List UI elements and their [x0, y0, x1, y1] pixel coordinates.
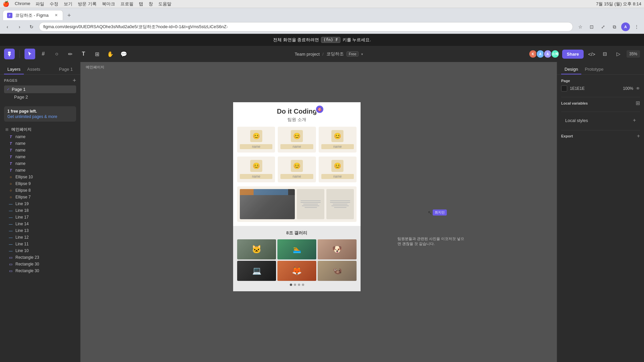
layer-text-3[interactable]: T name [0, 147, 80, 154]
export-add-icon[interactable]: + [637, 133, 640, 139]
member-card-5[interactable]: 😊 name [278, 157, 316, 182]
profile-avatar[interactable]: A [621, 22, 630, 31]
tool-shape[interactable]: ○ [51, 49, 62, 59]
layer-line-14[interactable]: — Line 14 [0, 221, 80, 227]
forward-button[interactable]: › [15, 22, 24, 32]
layer-rect-30[interactable]: ▭ Rectangle 30 [0, 261, 80, 267]
layer-text-icon-2: T [8, 141, 13, 145]
layer-line-13[interactable]: — Line 13 [0, 227, 80, 234]
tool-component[interactable]: ⊞ [92, 49, 102, 59]
canvas-frame[interactable]: Do it Coding 팀원 소개 😊 name 😊 name 😊 name [233, 102, 361, 291]
mac-menu-help[interactable]: 도움말 [158, 1, 171, 7]
local-variables-header[interactable]: Local variables ⊞ [561, 100, 640, 106]
tool-hand[interactable]: ✋ [105, 49, 116, 59]
gallery-dot-2[interactable] [294, 284, 296, 286]
page-item-1[interactable]: ✓ Page 1 [4, 85, 76, 93]
mac-menu-view[interactable]: 보기 [64, 1, 72, 7]
layer-line-18[interactable]: — Line 18 [0, 207, 80, 214]
tool-comment[interactable]: 💬 [118, 49, 129, 59]
tool-cursor[interactable] [24, 49, 35, 59]
member-card-1[interactable]: 😊 name [237, 127, 275, 153]
free-page-link[interactable]: Get unlimited pages & more [7, 114, 73, 119]
mac-menu-history[interactable]: 방문 기록 [78, 1, 97, 7]
layer-line-11[interactable]: — Line 11 [0, 241, 80, 247]
active-tab[interactable]: F 코딩하조 - Figma ✕ [3, 10, 63, 20]
layer-ellipse-7[interactable]: ○ Ellipse 7 [0, 194, 80, 200]
layer-text-2[interactable]: T name [0, 140, 80, 147]
tool-frame[interactable]: # [38, 49, 49, 59]
member-card-6[interactable]: 😊 name [319, 157, 357, 182]
back-button[interactable]: ‹ [3, 22, 12, 32]
add-page-button[interactable]: + [72, 77, 76, 83]
tool-text[interactable]: T [78, 49, 89, 59]
project-expand-icon[interactable]: ▾ [361, 52, 363, 56]
layer-ellipse-7-label: Ellipse 7 [15, 195, 31, 199]
page-color-hex: 1E1E1E [570, 86, 620, 91]
page-eye-icon[interactable]: 👁 [636, 86, 640, 91]
local-styles-add-icon[interactable]: + [633, 117, 636, 123]
layer-ellipse-10[interactable]: ○ Ellipse 10 [0, 174, 80, 180]
layer-ellipse-9[interactable]: ○ Ellipse 9 [0, 180, 80, 187]
member-card-2[interactable]: 😊 name [278, 127, 316, 153]
address-input[interactable] [39, 22, 573, 32]
layer-text-5[interactable]: T name [0, 160, 80, 167]
bookmark-icon[interactable]: ☆ [576, 22, 585, 32]
layer-line-10[interactable]: — Line 10 [0, 247, 80, 254]
export-header[interactable]: Export + [561, 133, 640, 139]
gallery-dot-4[interactable] [302, 284, 304, 286]
mac-menu-tab[interactable]: 탭 [139, 1, 143, 7]
canvas-area[interactable]: 메인페이지 🎯 Do it Coding 팀원 소개 😊 name 😊 name… [80, 62, 557, 362]
layer-line-12[interactable]: — Line 12 [0, 234, 80, 241]
mac-menu-edit[interactable]: 수정 [50, 1, 58, 7]
play-icon[interactable]: ▷ [613, 49, 624, 59]
layer-line-17[interactable]: — Line 17 [0, 214, 80, 221]
layer-text-1[interactable]: T name [0, 133, 80, 140]
zoom-icon[interactable]: ⤢ [598, 22, 608, 32]
pages-header: Pages + [4, 77, 76, 83]
mac-menu-file[interactable]: 파일 [36, 1, 44, 7]
mac-menu-profiles[interactable]: 프로필 [120, 1, 133, 7]
share-button[interactable]: Share [562, 50, 584, 59]
mac-menu-chrome[interactable]: Chrome [15, 1, 30, 7]
layer-text-6[interactable]: T name [0, 167, 80, 174]
layer-rect-23[interactable]: ▭ Rectangle 23 [0, 254, 80, 261]
tab-layers[interactable]: Layers [4, 65, 24, 74]
tab-prototype[interactable]: Prototype [581, 65, 607, 74]
comment-badge: 최지민 [433, 209, 447, 216]
layer-line-19[interactable]: — Line 19 [0, 200, 80, 207]
more-icon[interactable]: ⋮ [632, 22, 641, 32]
tab-assets[interactable]: Assets [24, 65, 44, 74]
gallery-dot-3[interactable] [298, 284, 300, 286]
page-1-label: Page 1 [12, 87, 25, 92]
member-card-3[interactable]: 😊 name [319, 127, 357, 153]
member-avatar-2: 😊 [291, 130, 303, 142]
new-tab-button[interactable]: + [64, 11, 74, 20]
layer-main-group[interactable]: ⊞ 메인페이지 [0, 126, 80, 133]
gallery-dot-1[interactable] [290, 284, 292, 286]
layer-text-4[interactable]: T name [0, 154, 80, 160]
reload-button[interactable]: ↻ [27, 22, 36, 32]
mac-menu-bookmarks[interactable]: 북마크 [102, 1, 115, 7]
mac-menu-window[interactable]: 창 [149, 1, 153, 7]
pages-section: Pages + ✓ Page 1 Page 2 [0, 75, 80, 104]
layer-ellipse-8[interactable]: ○ Ellipse 8 [0, 187, 80, 194]
tab-page[interactable]: Page 1 [56, 65, 76, 74]
tab-close-button[interactable]: ✕ [53, 13, 59, 18]
page-2-label: Page 2 [14, 95, 28, 100]
page-color-swatch[interactable] [561, 85, 567, 92]
zoom-level-button[interactable]: 35% [627, 50, 640, 58]
layer-circle-icon-8: ○ [8, 188, 13, 192]
code-view-icon[interactable]: </> [586, 49, 597, 59]
local-styles-header[interactable]: Local styles + [561, 115, 640, 126]
layer-rect-30b[interactable]: ▭ Rectangle 30 [0, 267, 80, 274]
grid-view-icon[interactable]: ⊟ [600, 49, 610, 59]
extensions-icon[interactable]: ⧉ [610, 22, 619, 32]
tab-search-icon[interactable]: ⊡ [587, 22, 596, 32]
member-card-4[interactable]: 😊 name [237, 157, 275, 182]
tool-pen[interactable]: ✏ [65, 49, 75, 59]
local-variables-add-icon[interactable]: ⊞ [636, 100, 640, 106]
tab-design[interactable]: Design [561, 65, 581, 74]
page-item-2[interactable]: Page 2 [4, 93, 76, 101]
figma-logo-button[interactable] [4, 49, 15, 59]
preview-thumb-2 [326, 189, 354, 219]
